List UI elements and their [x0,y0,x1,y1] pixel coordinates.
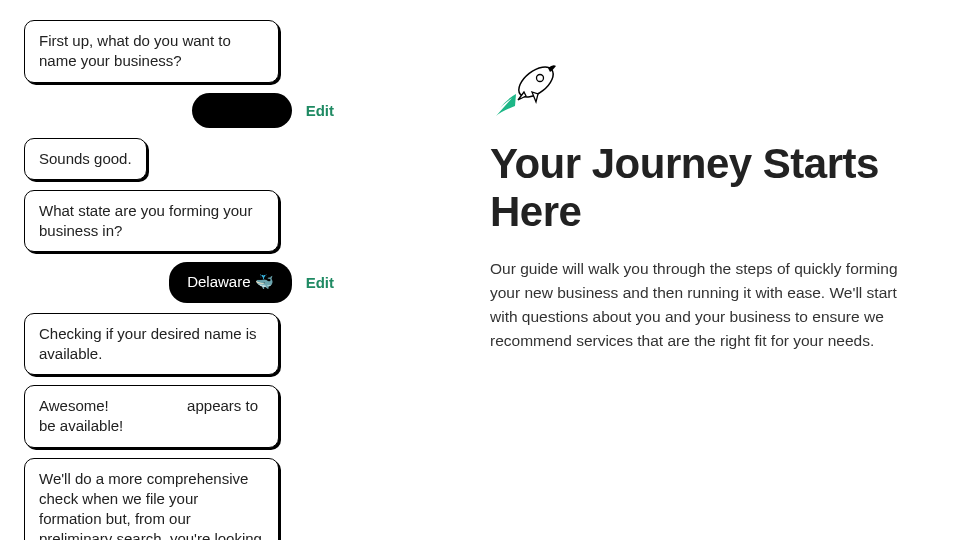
svg-point-1 [537,75,544,82]
edit-link[interactable]: Edit [306,274,334,291]
bot-message-row: First up, what do you want to name your … [24,20,334,83]
bot-message: We'll do a more comprehensive check when… [24,458,279,541]
bot-message-row: What state are you forming your business… [24,190,334,253]
bot-message-row: Sounds good. [24,138,334,180]
bot-message-row: Awesome! appears to be available! [24,385,334,448]
bot-message: Sounds good. [24,138,147,180]
hero-panel: Your Journey Starts Here Our guide will … [490,0,960,540]
user-message-state: Delaware 🐳 [169,262,292,302]
bot-message: What state are you forming your business… [24,190,279,253]
bot-message-part: Awesome! [39,397,113,414]
bot-message: Checking if your desired name is availab… [24,313,279,376]
user-message-row: Edit [24,93,334,128]
rocket-icon [490,60,935,122]
hero-body: Our guide will walk you through the step… [490,257,910,353]
chat-panel: First up, what do you want to name your … [0,0,344,540]
bot-message: Awesome! appears to be available! [24,385,279,448]
bot-message: First up, what do you want to name your … [24,20,279,83]
bot-message-row: We'll do a more comprehensive check when… [24,458,334,541]
edit-link[interactable]: Edit [306,102,334,119]
user-message-row: Delaware 🐳 Edit [24,262,334,302]
bot-message-row: Checking if your desired name is availab… [24,313,334,376]
user-message-business-name [192,93,292,128]
hero-title: Your Journey Starts Here [490,140,935,237]
